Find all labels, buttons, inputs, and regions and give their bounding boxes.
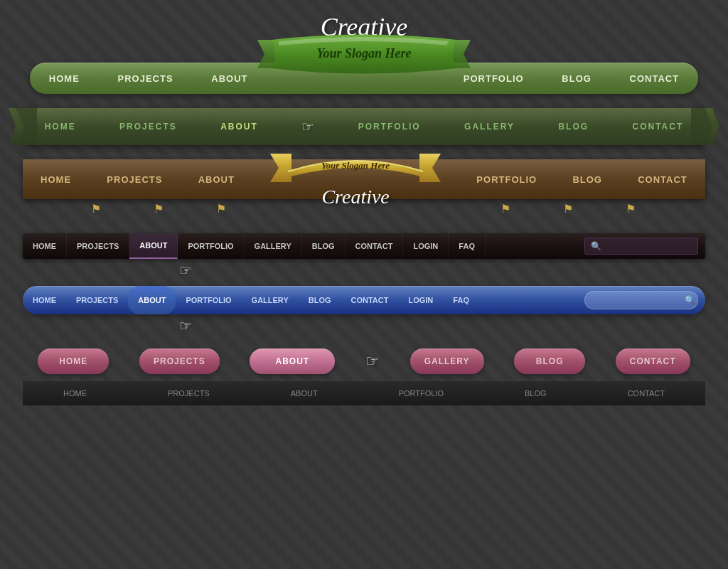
nav5-about[interactable]: ABOUT <box>128 286 176 314</box>
nav3-portfolio[interactable]: PORTFOLIO <box>476 174 537 185</box>
nav6-about[interactable]: ABOUT <box>250 349 335 374</box>
nav4-wrapper: HOME PROJECTS ABOUT PORTFOLIO GALLERY BL… <box>23 233 705 279</box>
nav2-about[interactable]: ABOUT <box>220 122 258 132</box>
nav1-contact[interactable]: CONTACT <box>621 73 688 84</box>
nav2-wrapper: HOME PROJECTS ABOUT ☞ PORTFOLIO GALLERY … <box>23 108 705 145</box>
nav2-bar: HOME PROJECTS ABOUT ☞ PORTFOLIO GALLERY … <box>23 108 705 145</box>
nav6-gallery[interactable]: GALLERY <box>410 349 484 374</box>
nav6-contact[interactable]: CONTACT <box>616 349 690 374</box>
nav4-home[interactable]: HOME <box>23 233 67 259</box>
nav5-projects[interactable]: PROJECTS <box>66 286 128 314</box>
nav4-blog[interactable]: BLOG <box>302 233 346 259</box>
flag-about <box>216 202 228 216</box>
nav7-contact[interactable]: CONTACT <box>628 389 665 398</box>
nav5-search-box[interactable]: 🔍 <box>584 291 698 309</box>
nav3-gold-svg: Your Slogan Here <box>270 150 441 189</box>
nav4-portfolio[interactable]: PORTFOLIO <box>178 233 244 259</box>
svg-text:Your Slogan Here: Your Slogan Here <box>316 46 411 60</box>
nav3-bar: HOME PROJECTS ABOUT <box>23 159 705 199</box>
nav1-wrapper: Creative Your Slogan Here <box>23 14 705 94</box>
nav4-contact[interactable]: CONTACT <box>346 233 404 259</box>
nav1-ribbon-svg: Your Slogan Here <box>257 33 471 75</box>
nav4-bar: HOME PROJECTS ABOUT PORTFOLIO GALLERY BL… <box>23 233 705 259</box>
svg-text:Your Slogan Here: Your Slogan Here <box>321 160 390 171</box>
nav4-login[interactable]: LOGIN <box>403 233 449 259</box>
nav5-gallery[interactable]: GALLERY <box>242 286 299 314</box>
nav3-projects[interactable]: PROJECTS <box>107 174 162 185</box>
nav7-wrapper: HOME PROJECTS ABOUT PORTFOLIO BLOG CONTA… <box>23 381 705 405</box>
cursor-nav6: ☞ <box>365 352 380 371</box>
nav4-faq[interactable]: FAQ <box>449 233 486 259</box>
nav2-portfolio[interactable]: PORTFOLIO <box>358 122 421 132</box>
nav1-projects[interactable]: PROJECTS <box>109 73 182 84</box>
nav5-bar: HOME PROJECTS ABOUT PORTFOLIO GALLERY BL… <box>23 286 705 314</box>
nav3-creative-label: Creative <box>321 186 389 208</box>
nav5-wrapper: HOME PROJECTS ABOUT PORTFOLIO GALLERY BL… <box>23 286 705 334</box>
nav4-search-box: 🔍 <box>584 238 698 255</box>
nav3-center: Your Slogan Here Creative <box>270 150 441 208</box>
nav7-projects[interactable]: PROJECTS <box>168 389 210 398</box>
nav1-home[interactable]: HOME <box>41 73 88 84</box>
flag-projects <box>154 202 165 216</box>
nav5-search-icon: 🔍 <box>685 295 695 305</box>
nav4-items: HOME PROJECTS ABOUT PORTFOLIO GALLERY BL… <box>23 233 584 259</box>
nav3-home[interactable]: HOME <box>41 174 71 185</box>
nav4-about[interactable]: ABOUT <box>129 233 178 259</box>
cursor-nav2: ☞ <box>301 118 314 135</box>
flag-contact <box>626 202 637 216</box>
nav5-faq[interactable]: FAQ <box>443 286 479 314</box>
nav6-blog[interactable]: BLOG <box>514 349 585 374</box>
nav6-home[interactable]: HOME <box>38 349 109 374</box>
nav5-portfolio[interactable]: PORTFOLIO <box>176 286 241 314</box>
nav7-bar: HOME PROJECTS ABOUT PORTFOLIO BLOG CONTA… <box>23 381 705 405</box>
nav2-home[interactable]: HOME <box>45 122 76 132</box>
nav2-projects[interactable]: PROJECTS <box>119 122 177 132</box>
nav6-wrapper: HOME PROJECTS ABOUT ☞ GALLERY BLOG CONTA… <box>23 349 705 374</box>
nav7-home[interactable]: HOME <box>63 389 87 398</box>
nav1-about[interactable]: ABOUT <box>203 73 256 84</box>
nav7-blog[interactable]: BLOG <box>525 389 547 398</box>
nav5-blog[interactable]: BLOG <box>299 286 341 314</box>
cursor-nav4: ☞ <box>179 262 192 279</box>
nav5-contact[interactable]: CONTACT <box>341 286 399 314</box>
nav2-gallery[interactable]: GALLERY <box>464 122 515 132</box>
flag-home <box>91 202 102 216</box>
nav3-wrapper: HOME PROJECTS ABOUT <box>23 159 705 219</box>
nav6-projects[interactable]: PROJECTS <box>139 349 220 374</box>
nav4-search-icon: 🔍 <box>591 241 601 251</box>
nav4-gallery[interactable]: GALLERY <box>245 233 302 259</box>
nav5-home[interactable]: HOME <box>23 286 66 314</box>
nav5-search-input[interactable] <box>592 296 685 304</box>
nav3-about[interactable]: ABOUT <box>198 174 235 185</box>
nav3-blog[interactable]: BLOG <box>572 174 602 185</box>
flag-portfolio <box>500 202 512 216</box>
nav2-blog[interactable]: BLOG <box>558 122 589 132</box>
flag-blog <box>563 202 574 216</box>
nav1-ribbon-top: Creative Your Slogan Here <box>257 14 471 75</box>
nav1-blog[interactable]: BLOG <box>553 73 600 84</box>
nav7-about[interactable]: ABOUT <box>291 389 318 398</box>
nav7-portfolio[interactable]: PORTFOLIO <box>399 389 444 398</box>
nav3-contact[interactable]: CONTACT <box>638 174 687 185</box>
nav5-login[interactable]: LOGIN <box>398 286 443 314</box>
nav4-projects[interactable]: PROJECTS <box>67 233 129 259</box>
cursor-nav5: ☞ <box>179 317 192 334</box>
nav2-contact[interactable]: CONTACT <box>632 122 683 132</box>
